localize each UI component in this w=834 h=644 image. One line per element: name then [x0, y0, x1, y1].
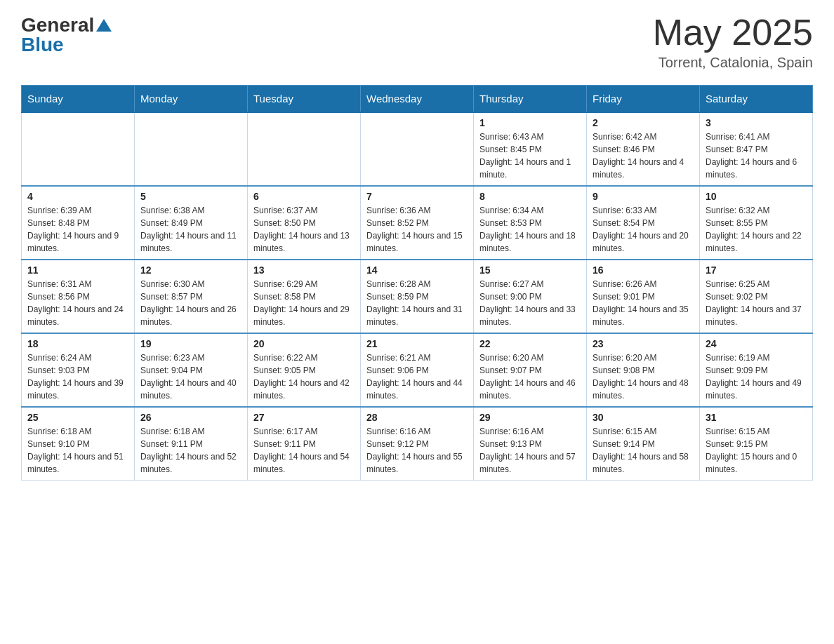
day-info: Sunrise: 6:43 AMSunset: 8:45 PMDaylight:… — [479, 130, 581, 181]
day-info: Sunrise: 6:27 AMSunset: 9:00 PMDaylight:… — [479, 278, 581, 328]
calendar-table: SundayMondayTuesdayWednesdayThursdayFrid… — [21, 85, 813, 481]
day-info: Sunrise: 6:16 AMSunset: 9:13 PMDaylight:… — [479, 425, 581, 476]
day-info: Sunrise: 6:33 AMSunset: 8:54 PMDaylight:… — [593, 204, 694, 255]
day-info: Sunrise: 6:30 AMSunset: 8:57 PMDaylight:… — [140, 278, 241, 328]
calendar-cell: 18Sunrise: 6:24 AMSunset: 9:03 PMDayligh… — [22, 333, 135, 407]
calendar-header-sunday: Sunday — [22, 86, 135, 113]
day-info: Sunrise: 6:25 AMSunset: 9:02 PMDaylight:… — [706, 278, 807, 328]
calendar-header-saturday: Saturday — [700, 86, 813, 113]
calendar-cell: 10Sunrise: 6:32 AMSunset: 8:55 PMDayligh… — [700, 186, 813, 260]
day-number: 5 — [140, 191, 241, 202]
calendar-cell: 8Sunrise: 6:34 AMSunset: 8:53 PMDaylight… — [474, 186, 587, 260]
calendar-cell: 3Sunrise: 6:41 AMSunset: 8:47 PMDaylight… — [700, 112, 813, 186]
calendar-cell: 21Sunrise: 6:21 AMSunset: 9:06 PMDayligh… — [361, 333, 474, 407]
calendar-week-2: 4Sunrise: 6:39 AMSunset: 8:48 PMDaylight… — [22, 186, 813, 260]
calendar-cell: 19Sunrise: 6:23 AMSunset: 9:04 PMDayligh… — [135, 333, 248, 407]
day-info: Sunrise: 6:20 AMSunset: 9:07 PMDaylight:… — [479, 351, 581, 402]
day-number: 21 — [366, 338, 468, 349]
calendar-week-4: 18Sunrise: 6:24 AMSunset: 9:03 PMDayligh… — [22, 333, 813, 407]
calendar-cell: 28Sunrise: 6:16 AMSunset: 9:12 PMDayligh… — [361, 407, 474, 481]
calendar-cell: 16Sunrise: 6:26 AMSunset: 9:01 PMDayligh… — [587, 260, 700, 333]
calendar-header-friday: Friday — [587, 86, 700, 113]
day-info: Sunrise: 6:20 AMSunset: 9:08 PMDaylight:… — [593, 351, 694, 402]
day-info: Sunrise: 6:31 AMSunset: 8:56 PMDaylight:… — [27, 278, 128, 328]
calendar-week-1: 1Sunrise: 6:43 AMSunset: 8:45 PMDaylight… — [22, 112, 813, 186]
day-info: Sunrise: 6:22 AMSunset: 9:05 PMDaylight:… — [253, 351, 355, 402]
day-info: Sunrise: 6:36 AMSunset: 8:52 PMDaylight:… — [366, 204, 468, 255]
calendar-cell: 29Sunrise: 6:16 AMSunset: 9:13 PMDayligh… — [474, 407, 587, 481]
calendar-cell: 22Sunrise: 6:20 AMSunset: 9:07 PMDayligh… — [474, 333, 587, 407]
day-number: 6 — [253, 191, 355, 202]
day-number: 27 — [253, 412, 355, 423]
calendar-header-monday: Monday — [135, 86, 248, 113]
day-number: 12 — [140, 264, 241, 276]
day-info: Sunrise: 6:18 AMSunset: 9:10 PMDaylight:… — [27, 425, 128, 476]
day-info: Sunrise: 6:28 AMSunset: 8:59 PMDaylight:… — [366, 278, 468, 328]
day-info: Sunrise: 6:24 AMSunset: 9:03 PMDaylight:… — [27, 351, 128, 402]
calendar-cell: 6Sunrise: 6:37 AMSunset: 8:50 PMDaylight… — [248, 186, 361, 260]
calendar-cell: 7Sunrise: 6:36 AMSunset: 8:52 PMDaylight… — [361, 186, 474, 260]
day-number: 20 — [253, 338, 355, 349]
calendar-cell: 9Sunrise: 6:33 AMSunset: 8:54 PMDaylight… — [587, 186, 700, 260]
day-number: 1 — [479, 117, 581, 128]
day-info: Sunrise: 6:26 AMSunset: 9:01 PMDaylight:… — [593, 278, 694, 328]
day-info: Sunrise: 6:37 AMSunset: 8:50 PMDaylight:… — [253, 204, 355, 255]
day-info: Sunrise: 6:21 AMSunset: 9:06 PMDaylight:… — [366, 351, 468, 402]
day-number: 11 — [27, 264, 128, 276]
day-info: Sunrise: 6:34 AMSunset: 8:53 PMDaylight:… — [479, 204, 581, 255]
calendar-header-thursday: Thursday — [474, 86, 587, 113]
day-info: Sunrise: 6:23 AMSunset: 9:04 PMDaylight:… — [140, 351, 241, 402]
day-number: 28 — [366, 412, 468, 423]
day-number: 13 — [253, 264, 355, 276]
calendar-cell: 1Sunrise: 6:43 AMSunset: 8:45 PMDaylight… — [474, 112, 587, 186]
day-number: 30 — [593, 412, 694, 423]
day-number: 3 — [706, 117, 807, 128]
month-title: May 2025 — [653, 14, 813, 51]
day-number: 19 — [140, 338, 241, 349]
day-number: 10 — [706, 191, 807, 202]
calendar-cell: 13Sunrise: 6:29 AMSunset: 8:58 PMDayligh… — [248, 260, 361, 333]
calendar-header-tuesday: Tuesday — [248, 86, 361, 113]
calendar-cell: 25Sunrise: 6:18 AMSunset: 9:10 PMDayligh… — [22, 407, 135, 481]
calendar-cell: 5Sunrise: 6:38 AMSunset: 8:49 PMDaylight… — [135, 186, 248, 260]
day-number: 31 — [706, 412, 807, 423]
calendar-cell: 2Sunrise: 6:42 AMSunset: 8:46 PMDaylight… — [587, 112, 700, 186]
calendar-cell — [248, 112, 361, 186]
day-info: Sunrise: 6:41 AMSunset: 8:47 PMDaylight:… — [706, 130, 807, 181]
logo: General Blue — [21, 14, 112, 56]
calendar-cell: 14Sunrise: 6:28 AMSunset: 8:59 PMDayligh… — [361, 260, 474, 333]
calendar-cell — [135, 112, 248, 186]
calendar-cell: 27Sunrise: 6:17 AMSunset: 9:11 PMDayligh… — [248, 407, 361, 481]
svg-marker-0 — [96, 19, 112, 32]
day-number: 17 — [706, 264, 807, 276]
day-info: Sunrise: 6:18 AMSunset: 9:11 PMDaylight:… — [140, 425, 241, 476]
day-number: 29 — [479, 412, 581, 423]
day-number: 26 — [140, 412, 241, 423]
day-info: Sunrise: 6:29 AMSunset: 8:58 PMDaylight:… — [253, 278, 355, 328]
calendar-header-wednesday: Wednesday — [361, 86, 474, 113]
day-number: 18 — [27, 338, 128, 349]
calendar-cell — [361, 112, 474, 186]
calendar-cell: 26Sunrise: 6:18 AMSunset: 9:11 PMDayligh… — [135, 407, 248, 481]
day-number: 14 — [366, 264, 468, 276]
calendar-cell: 30Sunrise: 6:15 AMSunset: 9:14 PMDayligh… — [587, 407, 700, 481]
day-number: 15 — [479, 264, 581, 276]
calendar-header-row: SundayMondayTuesdayWednesdayThursdayFrid… — [22, 86, 813, 113]
day-number: 7 — [366, 191, 468, 202]
day-info: Sunrise: 6:17 AMSunset: 9:11 PMDaylight:… — [253, 425, 355, 476]
logo-blue-word: Blue — [21, 34, 64, 56]
calendar-cell: 17Sunrise: 6:25 AMSunset: 9:02 PMDayligh… — [700, 260, 813, 333]
calendar-cell: 20Sunrise: 6:22 AMSunset: 9:05 PMDayligh… — [248, 333, 361, 407]
day-info: Sunrise: 6:38 AMSunset: 8:49 PMDaylight:… — [140, 204, 241, 255]
day-info: Sunrise: 6:15 AMSunset: 9:14 PMDaylight:… — [593, 425, 694, 476]
calendar-cell: 11Sunrise: 6:31 AMSunset: 8:56 PMDayligh… — [22, 260, 135, 333]
calendar-cell: 15Sunrise: 6:27 AMSunset: 9:00 PMDayligh… — [474, 260, 587, 333]
day-number: 2 — [593, 117, 694, 128]
calendar-cell: 4Sunrise: 6:39 AMSunset: 8:48 PMDaylight… — [22, 186, 135, 260]
calendar-cell: 31Sunrise: 6:15 AMSunset: 9:15 PMDayligh… — [700, 407, 813, 481]
calendar-week-5: 25Sunrise: 6:18 AMSunset: 9:10 PMDayligh… — [22, 407, 813, 481]
day-info: Sunrise: 6:32 AMSunset: 8:55 PMDaylight:… — [706, 204, 807, 255]
day-number: 9 — [593, 191, 694, 202]
title-section: May 2025 Torrent, Catalonia, Spain — [653, 14, 813, 71]
calendar-cell: 12Sunrise: 6:30 AMSunset: 8:57 PMDayligh… — [135, 260, 248, 333]
